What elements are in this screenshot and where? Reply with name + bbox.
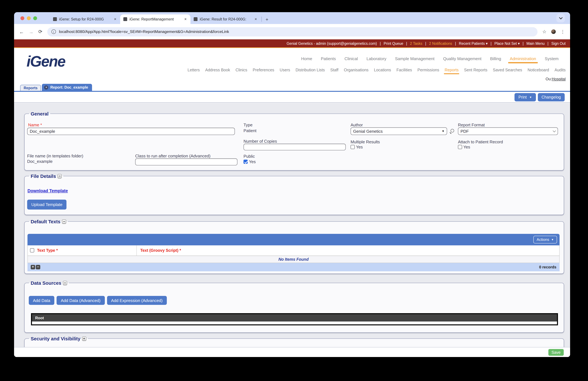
report-format-select[interactable]: PDF (458, 127, 558, 135)
print-dropdown-caret-icon[interactable]: ▼ (529, 95, 532, 99)
close-tab-icon[interactable]: × (184, 17, 187, 22)
attach-checkbox[interactable] (458, 145, 462, 149)
author-select[interactable]: Genial Genetics ▼ (351, 127, 447, 135)
bookmark-star-icon[interactable]: ☆ (542, 29, 546, 34)
profile-avatar[interactable] (551, 29, 556, 34)
expand-section-button[interactable]: + (82, 336, 86, 341)
close-page-tab-icon[interactable]: × (44, 85, 48, 90)
add-expression-advanced-button[interactable]: Add Expression (Advanced) (107, 296, 167, 305)
nav-organisations[interactable]: Organisations (344, 68, 368, 72)
new-tab-button[interactable]: + (266, 17, 269, 22)
back-icon[interactable]: ← (19, 29, 24, 34)
class-to-run-input[interactable] (135, 158, 237, 165)
browser-menu-icon[interactable]: ⋮ (561, 29, 565, 34)
main-menu-link[interactable]: Main Menu (526, 42, 545, 45)
number-of-copies-input[interactable] (244, 144, 346, 150)
collapse-section-button[interactable]: − (58, 174, 62, 178)
separator: | (455, 42, 456, 45)
tab-overview-chevron-button[interactable] (556, 14, 565, 22)
browser-window: iGene: Setup for R24-000G × iGene: Repor… (14, 12, 570, 357)
url-bar[interactable]: i localhost:8080/App/App.html?locale=sv_… (47, 27, 538, 36)
close-tab-icon[interactable]: × (254, 17, 258, 22)
page-tab-report-doc-example[interactable]: × Report: Doc_example (42, 84, 92, 91)
nav-address-book[interactable]: Address Book (205, 68, 230, 72)
add-data-advanced-label: Add Data (Advanced) (61, 298, 101, 303)
actions-dropdown-button[interactable]: Actions ▼ (533, 236, 557, 244)
nav-locations[interactable]: Locations (374, 68, 391, 72)
app-header: iGene Home Patients Clinical Laboratory … (14, 48, 570, 84)
user-info[interactable]: Genial Genetics - admin (support@genialg… (287, 42, 377, 45)
nav-users[interactable]: Users (280, 68, 290, 72)
nav-sample-management[interactable]: Sample Management (395, 56, 434, 61)
reload-icon[interactable]: ⟳ (38, 29, 42, 35)
nav-reports[interactable]: Reports (445, 68, 459, 72)
select-all-checkbox[interactable] (30, 248, 34, 252)
nav-letters[interactable]: Letters (188, 68, 200, 72)
nav-clinical[interactable]: Clinical (344, 56, 358, 61)
save-button[interactable]: Save (548, 349, 564, 356)
browser-tab-result[interactable]: iGene: Result for R24-000G: × (190, 14, 261, 24)
tree-root-node[interactable]: Root (32, 314, 557, 321)
nav-system[interactable]: System (545, 56, 559, 61)
nav-administration[interactable]: Administration (510, 56, 536, 61)
public-checkbox[interactable] (244, 160, 248, 164)
window-close-button[interactable] (21, 16, 24, 20)
add-expression-advanced-label: Add Expression (Advanced) (111, 298, 163, 303)
nav-laboratory[interactable]: Laboratory (367, 56, 386, 61)
place-dropdown[interactable]: Place Not Set ▾ (494, 41, 520, 45)
dropdown-caret-icon: ▼ (551, 238, 554, 241)
collapse-section-button[interactable]: − (63, 281, 67, 285)
security-visibility-legend: Security and Visibility + (29, 336, 88, 341)
window-minimize-button[interactable] (27, 16, 31, 20)
checkbox-label: Yes (249, 159, 256, 164)
changelog-button[interactable]: Changelog (538, 93, 565, 101)
nav-noticeboard[interactable]: Noticeboard (528, 68, 549, 72)
site-info-icon[interactable]: i (51, 29, 56, 34)
nav-clinics[interactable]: Clinics (235, 68, 247, 72)
number-of-copies-label: Number of Copies (244, 139, 277, 144)
browser-tab-report-management[interactable]: iGene: ReportManagement × (120, 14, 190, 24)
no-items-row: No Items Found (27, 256, 560, 263)
add-row-button[interactable]: + (31, 265, 35, 269)
browser-tab-setup[interactable]: iGene: Setup for R24-000G × (50, 14, 120, 24)
separator: | (380, 42, 381, 45)
security-visibility-section: Security and Visibility + (24, 338, 564, 347)
dropdown-caret-icon: ▼ (442, 130, 444, 133)
print-queue-link[interactable]: Print Queue (384, 42, 403, 45)
notifications-link[interactable]: 2 Notifications (429, 42, 452, 45)
nav-staff[interactable]: Staff (330, 68, 338, 72)
sign-out-link[interactable]: Sign Out (551, 42, 566, 45)
public-label: Public (244, 154, 255, 159)
print-button[interactable]: Print ▼ (515, 93, 536, 101)
add-data-advanced-button[interactable]: Add Data (Advanced) (57, 296, 105, 305)
page-tab-reports[interactable]: Reports (20, 85, 41, 91)
download-template-link[interactable]: Download Template (27, 188, 68, 193)
nav-preferences[interactable]: Preferences (253, 68, 274, 72)
nav-saved-searches[interactable]: Saved Searches (493, 68, 522, 72)
nav-facilities[interactable]: Facilities (397, 68, 412, 72)
name-input[interactable] (27, 128, 235, 135)
nav-sent-reports[interactable]: Sent Reports (464, 68, 487, 72)
url-text: localhost:8080/App/App.html?locale=sv_SE… (59, 29, 229, 34)
nav-audits[interactable]: Audits (555, 68, 566, 72)
window-zoom-button[interactable] (33, 16, 37, 20)
close-tab-icon[interactable]: × (113, 17, 117, 22)
nav-quality-management[interactable]: Quality Management (443, 56, 482, 61)
recent-patients-dropdown[interactable]: Recent Patients ▾ (459, 41, 488, 45)
add-data-button[interactable]: Add Data (29, 296, 54, 305)
nav-distribution-lists[interactable]: Distribution Lists (295, 68, 325, 72)
file-details-legend-text: File Details (31, 173, 56, 179)
author-search-icon[interactable] (450, 129, 454, 134)
nav-home[interactable]: Home (301, 56, 312, 61)
collapse-section-button[interactable]: − (62, 220, 66, 224)
nav-billing[interactable]: Billing (490, 56, 501, 61)
nav-patients[interactable]: Patients (321, 56, 336, 61)
upload-template-button[interactable]: Upload Template (27, 200, 67, 209)
nav-permissions[interactable]: Permissions (418, 68, 439, 72)
tasks-link[interactable]: 2 Tasks (410, 42, 422, 45)
remove-row-button[interactable]: − (36, 265, 40, 269)
multiple-results-checkbox[interactable] (351, 145, 355, 149)
ou-hospital-link[interactable]: Hospital (552, 77, 566, 81)
separator: | (523, 42, 524, 45)
multiple-results-label: Multiple Results (351, 139, 380, 144)
